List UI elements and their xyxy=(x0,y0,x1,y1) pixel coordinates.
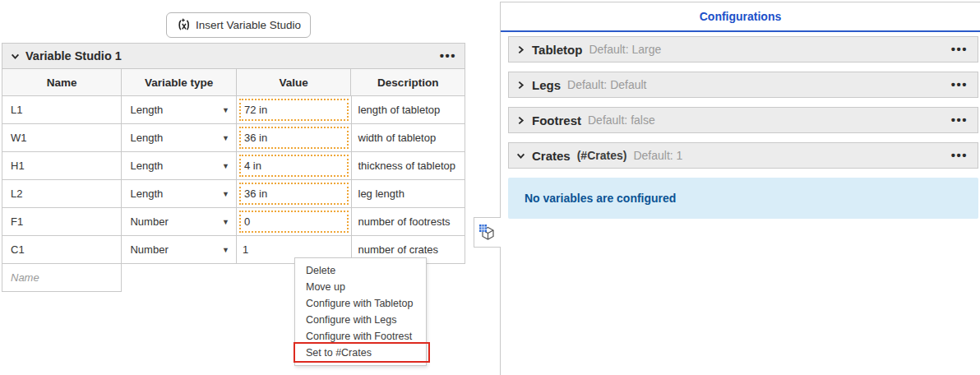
chevron-right-icon xyxy=(516,116,525,125)
column-header-name: Name xyxy=(2,69,122,96)
table-row: F1 Number▼ 0 number of footrests xyxy=(2,208,465,236)
chevron-right-icon xyxy=(516,45,525,54)
menu-item-delete[interactable]: Delete xyxy=(295,262,426,279)
config-row-footrest[interactable]: Footrest Default: false ••• xyxy=(508,107,978,133)
no-variables-info-box: No variables are configured xyxy=(508,178,978,219)
dropdown-arrow-icon: ▼ xyxy=(222,162,229,170)
value-input[interactable]: 0 xyxy=(239,211,348,233)
overflow-menu-icon[interactable]: ••• xyxy=(951,45,968,53)
type-dropdown[interactable]: Length▼ xyxy=(122,152,237,180)
config-name: Tabletop xyxy=(532,43,582,57)
config-default: Default: Large xyxy=(589,43,661,56)
configurations-title: Configurations xyxy=(700,10,782,23)
insert-variable-studio-button[interactable]: Insert Variable Studio xyxy=(166,12,311,38)
config-name: Footrest xyxy=(532,113,581,127)
configured-cube-icon xyxy=(478,223,497,243)
configurations-panel: Configurations Tabletop Default: Large •… xyxy=(500,2,980,375)
menu-item-configure-with-legs[interactable]: Configure with Legs xyxy=(295,312,426,328)
description-cell[interactable]: number of footrests xyxy=(352,208,465,236)
table-header-row: Name Variable type Value Description xyxy=(2,69,465,96)
config-row-legs[interactable]: Legs Default: Default ••• xyxy=(508,72,978,98)
variable-studio-header[interactable]: Variable Studio 1 ••• xyxy=(2,43,465,69)
overflow-menu-icon[interactable]: ••• xyxy=(951,151,968,160)
new-variable-name-input[interactable]: Name xyxy=(2,264,122,292)
column-header-type: Variable type xyxy=(122,69,237,96)
overflow-menu-icon[interactable]: ••• xyxy=(951,116,968,124)
type-dropdown[interactable]: Length▼ xyxy=(122,180,237,208)
config-row-tabletop[interactable]: Tabletop Default: Large ••• xyxy=(508,36,978,62)
type-dropdown[interactable]: Number▼ xyxy=(122,236,237,264)
name-cell[interactable]: F1 xyxy=(2,208,122,236)
overflow-menu-icon[interactable]: ••• xyxy=(951,81,968,89)
column-header-description: Description xyxy=(351,69,465,96)
dropdown-arrow-icon: ▼ xyxy=(222,190,229,198)
value-input[interactable]: 72 in xyxy=(239,99,348,121)
insert-variable-studio-label: Insert Variable Studio xyxy=(196,19,301,31)
config-default: Default: Default xyxy=(567,78,647,91)
menu-item-move-up[interactable]: Move up xyxy=(295,279,426,295)
description-cell[interactable]: width of tabletop xyxy=(352,124,465,152)
chevron-down-icon xyxy=(516,151,525,160)
panel-title: Variable Studio 1 xyxy=(25,49,122,62)
dropdown-arrow-icon: ▼ xyxy=(222,134,229,142)
config-name: Crates xyxy=(532,149,571,163)
value-input[interactable]: 36 in xyxy=(239,183,348,205)
config-name-suffix: (#Crates) xyxy=(577,149,627,162)
configurations-title-bar: Configurations xyxy=(501,2,980,32)
name-cell[interactable]: W1 xyxy=(2,124,122,152)
configuration-rows: Tabletop Default: Large ••• Legs Default… xyxy=(501,32,980,169)
value-cell: 0 xyxy=(237,208,351,236)
table-row: H1 Length▼ 4 in thickness of tabletop xyxy=(2,152,465,180)
table-row: L2 Length▼ 36 in leg length xyxy=(2,180,465,208)
dropdown-arrow-icon: ▼ xyxy=(222,218,229,226)
config-name: Legs xyxy=(532,78,561,92)
dropdown-arrow-icon: ▼ xyxy=(222,246,229,254)
name-cell[interactable]: L2 xyxy=(2,180,122,208)
menu-item-set-to-crates[interactable]: Set to #Crates xyxy=(295,345,426,361)
dropdown-arrow-icon: ▼ xyxy=(222,106,229,114)
column-header-value: Value xyxy=(237,69,352,96)
value-cell: 36 in xyxy=(237,124,351,152)
description-cell[interactable]: thickness of tabletop xyxy=(352,152,465,180)
config-row-crates[interactable]: Crates (#Crates) Default: 1 ••• xyxy=(508,142,978,169)
variable-table: Name Variable type Value Description L1 … xyxy=(2,69,465,264)
value-cell: 72 in xyxy=(237,96,351,124)
variable-studio-panel: Variable Studio 1 ••• Name Variable type… xyxy=(2,43,465,292)
value-cell: 4 in xyxy=(237,152,351,180)
context-menu: Delete Move up Configure with Tabletop C… xyxy=(294,257,427,366)
variable-studio-icon xyxy=(176,17,192,33)
description-cell[interactable]: leg length xyxy=(352,180,465,208)
type-dropdown[interactable]: Length▼ xyxy=(122,124,237,152)
config-default: Default: false xyxy=(588,113,655,127)
configured-part-tab[interactable] xyxy=(474,217,501,248)
description-cell[interactable]: length of tabletop xyxy=(352,96,465,124)
overflow-menu-icon[interactable]: ••• xyxy=(440,52,456,60)
chevron-right-icon xyxy=(516,81,525,90)
menu-item-configure-with-footrest[interactable]: Configure with Footrest xyxy=(295,328,426,345)
value-input[interactable]: 4 in xyxy=(239,155,348,177)
type-dropdown[interactable]: Number▼ xyxy=(122,208,237,236)
no-variables-message: No variables are configured xyxy=(525,192,676,205)
table-row: W1 Length▼ 36 in width of tabletop xyxy=(2,124,465,152)
name-cell[interactable]: H1 xyxy=(2,152,122,180)
menu-item-configure-with-tabletop[interactable]: Configure with Tabletop xyxy=(295,295,426,312)
chevron-down-icon xyxy=(11,52,20,61)
table-row: L1 Length▼ 72 in length of tabletop xyxy=(2,96,465,124)
type-dropdown[interactable]: Length▼ xyxy=(122,96,237,124)
value-input[interactable]: 36 in xyxy=(239,127,348,149)
name-cell[interactable]: C1 xyxy=(2,236,122,264)
name-cell[interactable]: L1 xyxy=(2,96,122,124)
value-cell: 36 in xyxy=(237,180,351,208)
app-canvas: Insert Variable Studio Variable Studio 1… xyxy=(0,0,980,375)
config-default: Default: 1 xyxy=(633,149,682,162)
